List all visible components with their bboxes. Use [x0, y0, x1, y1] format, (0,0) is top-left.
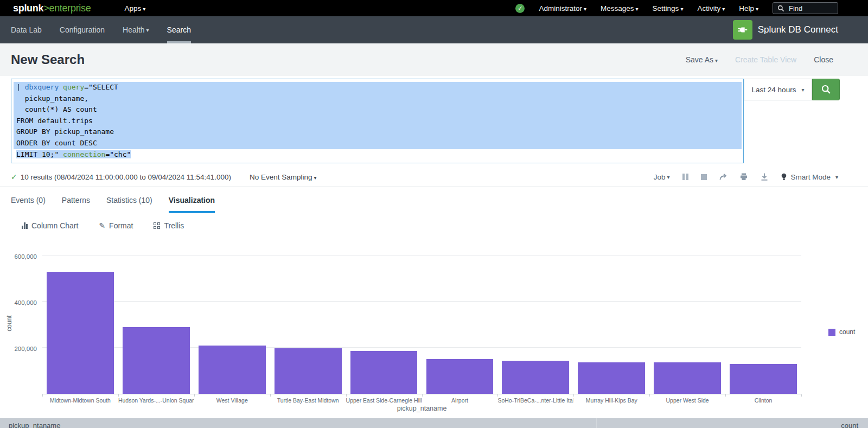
logo-splunk-text: splunk	[13, 3, 43, 14]
share-job-button[interactable]	[719, 173, 727, 181]
app-identity[interactable]: Splunk DB Connect	[733, 16, 838, 43]
chart-x-labels: Midtown-Midtown SouthHudson Yards-...-Un…	[42, 394, 801, 404]
chart-bar-5[interactable]	[350, 351, 418, 394]
activity-menu-label: Activity	[697, 4, 720, 12]
search-icon	[777, 5, 784, 12]
create-table-view-button[interactable]: Create Table View	[735, 55, 796, 64]
export-button[interactable]	[760, 173, 769, 181]
query-line: GROUP BY pickup_ntaname	[14, 126, 742, 138]
help-menu-label: Help	[739, 4, 754, 12]
chart-bar-2[interactable]	[123, 327, 190, 394]
results-check-icon: ✓	[11, 173, 17, 181]
time-range-picker[interactable]: Last 24 hours▾	[744, 79, 812, 100]
caret-down-icon: ▾	[715, 58, 718, 63]
format-label: Format	[109, 221, 133, 230]
job-controls-group: Job▾ Smart Mode▾	[654, 167, 838, 187]
chart-type-picker[interactable]: Column Chart	[22, 221, 78, 230]
gridline	[42, 255, 801, 255]
nav-item-search[interactable]: Search	[167, 16, 191, 43]
pause-job-button[interactable]	[681, 174, 689, 180]
page-title: New Search	[11, 52, 85, 67]
stop-job-button[interactable]	[701, 174, 707, 180]
check-icon: ✓	[518, 5, 522, 12]
results-tabs: Events (0) Patterns Statistics (10) Visu…	[0, 187, 868, 213]
caret-down-icon: ▾	[756, 6, 758, 12]
header-actions: Save As▾ Create Table View Close	[686, 55, 833, 64]
find-input[interactable]	[788, 4, 833, 13]
tab-patterns[interactable]: Patterns	[62, 187, 90, 213]
chart-bar-6[interactable]	[426, 359, 494, 394]
top-nav-bar: splunk>enterprise Apps▾ ✓ Administrator▾…	[0, 0, 868, 16]
apps-menu[interactable]: Apps▾	[124, 4, 145, 12]
nav-item-label: Health	[123, 25, 144, 34]
chart-bar-10[interactable]	[730, 364, 797, 394]
caret-down-icon: ▾	[636, 6, 639, 12]
x-tick-label: Midtown-Midtown South	[42, 397, 118, 404]
chart-bar-7[interactable]	[502, 361, 569, 394]
x-tick-mark	[573, 394, 574, 397]
health-status-icon[interactable]: ✓	[515, 4, 525, 13]
chart-bar-8[interactable]	[578, 362, 645, 394]
save-as-button[interactable]: Save As▾	[686, 55, 718, 64]
apps-menu-label: Apps	[124, 4, 141, 12]
query-line: LIMIT 10;" connection="chc"	[14, 149, 742, 161]
run-search-button[interactable]	[812, 79, 840, 100]
event-sampling-label: No Event Sampling	[250, 173, 312, 181]
caret-down-icon: ▾	[143, 6, 145, 12]
messages-menu[interactable]: Messages▾	[601, 4, 639, 12]
query-line: pickup_ntaname,	[14, 93, 742, 105]
trellis-button[interactable]: Trellis	[154, 221, 184, 230]
caret-down-icon: ▾	[314, 175, 317, 181]
tab-events[interactable]: Events (0)	[11, 187, 46, 213]
print-button[interactable]	[739, 173, 748, 181]
help-menu[interactable]: Help▾	[739, 4, 758, 12]
query-line: FROM default.trips	[14, 116, 742, 127]
x-tick-label: Clinton	[725, 397, 801, 404]
chart-legend[interactable]: count	[828, 328, 855, 336]
settings-menu[interactable]: Settings▾	[653, 4, 684, 12]
chart-bar-1[interactable]	[47, 272, 114, 394]
format-button[interactable]: ✎ Format	[99, 221, 133, 230]
legend-label: count	[839, 328, 855, 336]
x-tick-label: SoHo-TriBeCa-...nter-Little Italy	[497, 397, 573, 404]
nav-item-health[interactable]: Health▾	[123, 16, 149, 43]
tab-label: Visualization	[169, 196, 215, 205]
search-mode-menu[interactable]: Smart Mode▾	[781, 173, 838, 181]
close-button[interactable]: Close	[814, 55, 833, 64]
nav-item-data-lab[interactable]: Data Lab	[11, 16, 42, 43]
chart-bar-3[interactable]	[199, 346, 266, 394]
db-connect-plug-icon	[733, 20, 752, 40]
chart-bar-9[interactable]	[654, 362, 721, 394]
legend-swatch	[828, 329, 835, 336]
search-job-bar: ✓ 10 results (08/04/2024 11:00:00.000 to…	[0, 167, 868, 187]
event-sampling-menu[interactable]: No Event Sampling▾	[250, 173, 317, 181]
find-search-box[interactable]	[773, 2, 838, 14]
x-tick-mark	[649, 394, 650, 397]
x-tick-mark	[270, 394, 271, 397]
caret-down-icon: ▾	[835, 174, 838, 180]
x-tick-label: Airport	[422, 397, 498, 404]
administrator-menu[interactable]: Administrator▾	[539, 4, 586, 12]
statistics-table-header: pickup_ntaname count	[0, 418, 868, 428]
tab-label: Statistics (10)	[106, 196, 152, 205]
search-bar-input[interactable]: | dbxquery query="SELECT pickup_ntaname,…	[11, 79, 744, 163]
column-header-pickup-ntaname[interactable]: pickup_ntaname	[0, 418, 597, 428]
x-tick-mark	[42, 394, 43, 397]
nav-item-label: Configuration	[60, 25, 105, 34]
search-mode-label: Smart Mode	[790, 173, 831, 181]
chart-bar-4[interactable]	[275, 348, 342, 394]
search-icon	[821, 84, 832, 95]
splunk-enterprise-logo: splunk>enterprise	[13, 3, 91, 14]
tab-visualization[interactable]: Visualization	[169, 187, 215, 213]
column-header-count[interactable]: count	[597, 418, 868, 428]
activity-menu[interactable]: Activity▾	[697, 4, 725, 12]
x-tick-label: West Village	[194, 397, 270, 404]
y-tick-label: 600,000	[1, 253, 37, 260]
query-line: | dbxquery query="SELECT	[14, 82, 742, 93]
nav-item-configuration[interactable]: Configuration	[60, 16, 105, 43]
job-menu[interactable]: Job▾	[654, 173, 670, 181]
caret-down-icon: ▾	[722, 6, 725, 12]
tab-statistics[interactable]: Statistics (10)	[106, 187, 152, 213]
caret-down-icon: ▾	[667, 174, 669, 180]
x-tick-mark	[118, 394, 119, 397]
